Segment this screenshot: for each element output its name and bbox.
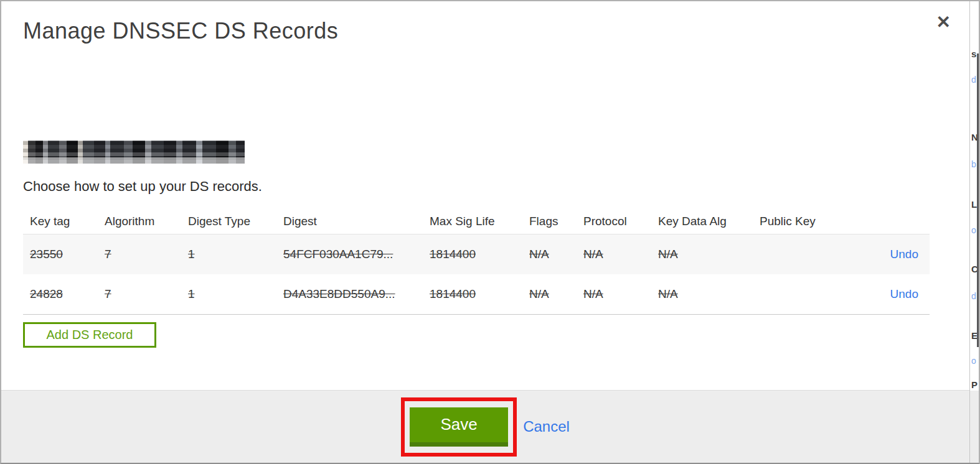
- col-header-public-key: Public Key: [760, 215, 853, 228]
- edge-text-fragment: P: [971, 379, 978, 390]
- modal-body: Manage DNSSEC DS Records Choose how to s…: [1, 17, 969, 348]
- cell-key-tag: 24828: [30, 287, 105, 301]
- col-header-key-data-alg: Key Data Alg: [658, 215, 760, 228]
- cell-digest-type: 1: [188, 287, 283, 301]
- undo-link[interactable]: Undo: [890, 248, 918, 261]
- edge-text-fragment: s: [971, 49, 976, 59]
- cell-action: Undo: [853, 248, 918, 261]
- col-header-protocol: Protocol: [583, 215, 658, 228]
- cell-max-sig-life: 1814400: [430, 248, 529, 261]
- col-header-digest-type: Digest Type: [188, 215, 283, 228]
- cell-algorithm: 7: [105, 248, 188, 261]
- cell-protocol: N/A: [583, 287, 658, 301]
- edge-link-fragment: d: [971, 75, 976, 85]
- undo-link[interactable]: Undo: [890, 287, 918, 300]
- save-button[interactable]: Save: [410, 407, 508, 447]
- cell-algorithm: 7: [105, 287, 188, 301]
- edge-footer-band: [970, 391, 979, 463]
- cancel-link[interactable]: Cancel: [523, 418, 570, 435]
- table-header-row: Key tag Algorithm Digest Type Digest Max…: [23, 209, 930, 234]
- col-header-algorithm: Algorithm: [105, 215, 188, 228]
- ds-records-table: Key tag Algorithm Digest Type Digest Max…: [23, 209, 930, 315]
- col-header-key-tag: Key tag: [30, 215, 105, 228]
- edge-text-fragment: L: [971, 199, 977, 210]
- table-row: 24828 7 1 D4A33E8DD550A9... 1814400 N/A …: [23, 274, 930, 315]
- edge-link-fragment: o: [971, 356, 976, 366]
- add-ds-record-button[interactable]: Add DS Record: [23, 322, 156, 348]
- cell-key-data-alg: N/A: [658, 287, 760, 301]
- modal-footer: Save Cancel: [1, 390, 969, 463]
- col-header-flags: Flags: [529, 215, 583, 228]
- background-page-edge: s d N b L o C d E o P: [970, 1, 979, 463]
- cell-digest: D4A33E8DD550A9...: [283, 287, 430, 301]
- cell-protocol: N/A: [583, 248, 658, 261]
- manage-dnssec-modal: ✕ Manage DNSSEC DS Records Choose how to…: [1, 1, 970, 463]
- col-header-digest: Digest: [283, 215, 430, 228]
- table-row: 23550 7 1 54FCF030AA1C79... 1814400 N/A …: [23, 234, 930, 274]
- instruction-text: Choose how to set up your DS records.: [23, 178, 948, 195]
- page-scrollbar[interactable]: [977, 53, 979, 347]
- redacted-domain-name: [23, 141, 245, 164]
- col-header-max-sig-life: Max Sig Life: [430, 215, 529, 228]
- cell-action: Undo: [853, 287, 918, 301]
- cell-flags: N/A: [529, 287, 583, 301]
- cell-flags: N/A: [529, 248, 583, 261]
- cell-digest-type: 1: [188, 248, 283, 261]
- close-icon[interactable]: ✕: [935, 12, 952, 32]
- cell-max-sig-life: 1814400: [430, 287, 529, 301]
- screenshot-frame: ✕ Manage DNSSEC DS Records Choose how to…: [0, 0, 980, 464]
- page-title: Manage DNSSEC DS Records: [23, 17, 948, 45]
- edge-link-fragment: d: [971, 291, 976, 301]
- cell-key-data-alg: N/A: [658, 248, 760, 261]
- cell-digest: 54FCF030AA1C79...: [283, 248, 430, 261]
- cell-key-tag: 23550: [30, 248, 105, 261]
- annotation-highlight-box: Save: [401, 397, 517, 457]
- edge-link-fragment: o: [971, 225, 976, 235]
- edge-link-fragment: b: [971, 159, 976, 169]
